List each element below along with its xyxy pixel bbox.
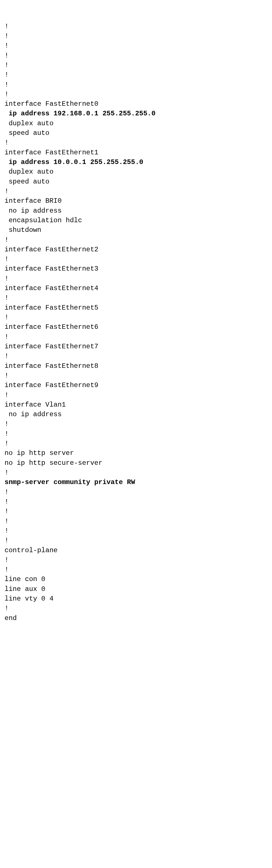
config-line: ! — [4, 275, 8, 282]
config-line: duplex auto — [4, 120, 54, 127]
config-line: line con 0 — [4, 576, 45, 583]
config-line: ! — [4, 498, 8, 505]
config-line: end — [4, 614, 17, 622]
config-line: duplex auto — [4, 168, 54, 176]
config-line: interface FastEthernet8 — [4, 362, 98, 370]
config-line: interface FastEthernet5 — [4, 304, 98, 312]
config-line: no ip address — [4, 207, 62, 215]
config-line: ! — [4, 61, 8, 69]
config-line: ! — [4, 440, 8, 447]
config-line: interface BRI0 — [4, 197, 62, 205]
config-line: ! — [4, 91, 8, 98]
config-line: no ip address — [4, 410, 62, 418]
config-line: ! — [4, 507, 8, 515]
config-text: ! ! ! ! ! ! ! ! interface FastEthernet0 … — [4, 22, 268, 623]
config-line: ! — [4, 81, 8, 89]
config-line: ! — [4, 294, 8, 302]
config-line: interface FastEthernet6 — [4, 323, 98, 331]
config-line: speed auto — [4, 129, 49, 137]
config-line: interface FastEthernet4 — [4, 284, 98, 292]
config-line: ! — [4, 469, 8, 476]
config-line: interface FastEthernet0 — [4, 100, 98, 108]
config-line: control-plane — [4, 547, 57, 554]
config-line: line vty 0 4 — [4, 595, 54, 602]
config-line: ! — [4, 372, 8, 379]
config-line: ! — [4, 314, 8, 321]
config-line: ! — [4, 537, 8, 544]
config-line: ! — [4, 488, 8, 496]
config-line: ! — [4, 23, 8, 30]
config-line: ip address 192.168.0.1 255.255.255.0 — [4, 110, 156, 117]
config-line: ! — [4, 187, 8, 195]
config-line: encapsulation hdlc — [4, 217, 82, 224]
config-line: speed auto — [4, 178, 49, 185]
config-line: line aux 0 — [4, 585, 45, 593]
config-line: ! — [4, 71, 8, 79]
config-line: interface FastEthernet7 — [4, 343, 98, 350]
config-line: ! — [4, 255, 8, 263]
config-line: interface FastEthernet1 — [4, 149, 98, 156]
config-line: interface FastEthernet9 — [4, 381, 98, 389]
config-line: ! — [4, 420, 8, 428]
config-line: ! — [4, 566, 8, 574]
config-line: ! — [4, 236, 8, 244]
config-line: interface Vlan1 — [4, 401, 66, 408]
config-line: ! — [4, 527, 8, 535]
config-line: ! — [4, 139, 8, 147]
config-line: ! — [4, 556, 8, 564]
config-line: ! — [4, 32, 8, 40]
config-line: interface FastEthernet3 — [4, 265, 98, 273]
config-line: ! — [4, 52, 8, 59]
config-line: ! — [4, 391, 8, 399]
config-line: ! — [4, 42, 8, 50]
config-line: ! — [4, 352, 8, 360]
config-line: ! — [4, 333, 8, 341]
config-line: no ip http secure-server — [4, 459, 103, 467]
config-line: ! — [4, 430, 8, 438]
config-line: ! — [4, 604, 8, 612]
config-line: no ip http server — [4, 449, 74, 457]
config-line: snmp-server community private RW — [4, 478, 135, 486]
config-line: ip address 10.0.0.1 255.255.255.0 — [4, 158, 143, 166]
config-line: shutdown — [4, 226, 42, 234]
config-line: interface FastEthernet2 — [4, 246, 98, 253]
config-line: ! — [4, 518, 8, 525]
